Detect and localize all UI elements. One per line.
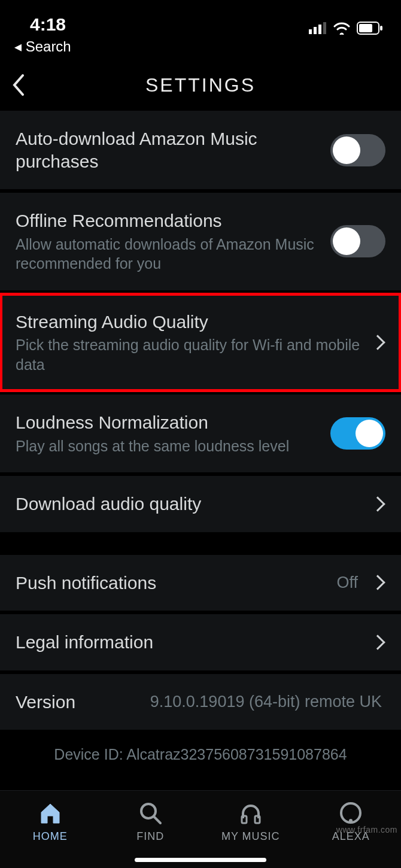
- svg-rect-3: [323, 22, 326, 34]
- row-download-audio-quality[interactable]: Download audio quality: [0, 475, 401, 533]
- chevron-right-icon: [370, 575, 385, 590]
- status-bar: 4:18: [0, 0, 401, 36]
- home-icon: [38, 800, 63, 825]
- row-auto-download[interactable]: Auto-download Amazon Music purchases: [0, 110, 401, 190]
- alexa-icon: [338, 800, 363, 825]
- settings-list: Auto-download Amazon Music purchases Off…: [0, 110, 401, 769]
- row-title: Offline Recommendations: [16, 210, 320, 232]
- row-loudness-normalization[interactable]: Loudness Normalization Play all songs at…: [0, 394, 401, 473]
- header: SETTINGS: [0, 66, 401, 104]
- row-title: Version: [16, 691, 139, 714]
- chevron-left-icon: [12, 74, 25, 96]
- tab-my-music[interactable]: MY MUSIC: [200, 791, 301, 868]
- row-subtitle: Play all songs at the same loudness leve…: [16, 436, 320, 456]
- cellular-icon: [309, 22, 327, 34]
- battery-icon: [357, 22, 383, 35]
- status-time: 4:18: [30, 14, 66, 35]
- svg-point-12: [349, 819, 353, 823]
- toggle-offline-recommendations[interactable]: [330, 225, 385, 257]
- toggle-loudness-normalization[interactable]: [330, 417, 385, 450]
- row-title: Legal information: [16, 631, 361, 654]
- page-title: SETTINGS: [36, 74, 365, 96]
- tab-home[interactable]: HOME: [0, 791, 101, 868]
- tab-label: FIND: [136, 830, 164, 843]
- chevron-right-icon: [370, 496, 385, 511]
- tab-find[interactable]: FIND: [101, 791, 201, 868]
- toggle-auto-download[interactable]: [330, 134, 385, 166]
- tab-label: MY MUSIC: [221, 830, 280, 843]
- row-version: Version 9.10.0.19019 (64-bit) remote UK: [0, 673, 401, 731]
- svg-rect-5: [359, 24, 372, 32]
- nav-back[interactable]: ◂ Search: [0, 36, 401, 66]
- home-indicator[interactable]: [135, 858, 266, 862]
- row-subtitle: Allow automatic downloads of Amazon Musi…: [16, 235, 320, 274]
- row-streaming-audio-quality[interactable]: Streaming Audio Quality Pick the streami…: [0, 293, 401, 392]
- tab-label: HOME: [33, 830, 68, 843]
- nav-back-label: ◂ Search: [14, 38, 71, 54]
- status-icons: [309, 22, 383, 35]
- row-value: 9.10.0.19019 (64-bit) remote UK: [150, 693, 382, 711]
- svg-line-8: [154, 817, 160, 823]
- chevron-right-icon: [370, 335, 385, 350]
- device-id: Device ID: Alcatraz32375608731591087864: [0, 730, 401, 769]
- row-title: Streaming Audio Quality: [16, 311, 361, 333]
- wifi-icon: [333, 22, 351, 35]
- headphones-icon: [238, 800, 263, 825]
- row-offline-recommendations[interactable]: Offline Recommendations Allow automatic …: [0, 192, 401, 291]
- svg-rect-1: [314, 27, 317, 34]
- chevron-right-icon: [370, 635, 385, 650]
- search-icon: [138, 800, 163, 825]
- watermark: www.frfam.com: [336, 825, 397, 834]
- svg-rect-0: [309, 29, 312, 34]
- row-title: Push notifications: [16, 572, 326, 594]
- row-legal-information[interactable]: Legal information: [0, 614, 401, 671]
- back-button[interactable]: [12, 74, 36, 96]
- row-value: Off: [336, 573, 358, 592]
- row-title: Download audio quality: [16, 493, 361, 515]
- row-subtitle: Pick the streaming audio quality for Wi-…: [16, 335, 361, 374]
- row-push-notifications[interactable]: Push notifications Off: [0, 554, 401, 612]
- row-title: Loudness Normalization: [16, 411, 320, 434]
- svg-rect-2: [318, 25, 321, 34]
- row-title: Auto-download Amazon Music purchases: [16, 128, 320, 172]
- svg-rect-6: [380, 26, 382, 31]
